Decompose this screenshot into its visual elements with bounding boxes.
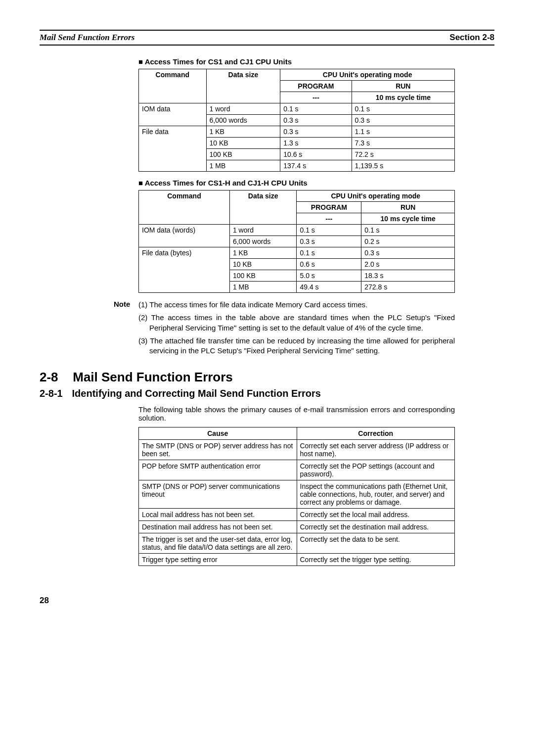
page-header: Mail Send Function Errors Section 2-8 xyxy=(40,30,494,46)
note-item: (1) The access times for file data indic… xyxy=(138,300,455,310)
table1-title: Access Times for CS1 and CJ1 CPU Units xyxy=(138,57,494,66)
th-cause: Cause xyxy=(139,427,297,440)
th-run-sub: 10 ms cycle time xyxy=(352,92,454,103)
running-head-left: Mail Send Function Errors xyxy=(40,33,134,43)
cause-correction-table: Cause Correction The SMTP (DNS or POP) s… xyxy=(138,427,455,566)
subsection-heading: 2-8-1 Identifying and Correcting Mail Se… xyxy=(40,388,494,399)
th-mode: CPU Unit's operating mode xyxy=(297,190,455,202)
th-run: RUN xyxy=(361,202,455,213)
access-times-table-1: Command Data size CPU Unit's operating m… xyxy=(138,69,455,172)
note-item: (2) The access times in the table above … xyxy=(138,313,455,333)
table-row: IOM data (words) 1 word 0.1 s 0.1 s xyxy=(139,225,455,236)
access-times-table-2: Command Data size CPU Unit's operating m… xyxy=(138,190,455,293)
table-row: SMTP (DNS or POP) server communications … xyxy=(139,480,455,509)
table-row: File data 1 KB 0.3 s 1.1 s xyxy=(139,126,455,138)
note-block: Note (1) The access times for file data … xyxy=(114,300,455,359)
table-row: File data (bytes) 1 KB 0.1 s 0.3 s xyxy=(139,247,455,259)
subsection-title-text: Identifying and Correcting Mail Send Fun… xyxy=(72,388,321,399)
table-row: IOM data 1 word 0.1 s 0.1 s xyxy=(139,103,455,115)
th-datasize: Data size xyxy=(206,69,280,103)
th-command: Command xyxy=(139,190,230,225)
th-datasize: Data size xyxy=(229,190,297,225)
section-title-text: Mail Send Function Errors xyxy=(73,370,233,384)
th-mode: CPU Unit's operating mode xyxy=(280,69,455,81)
page-number: 28 xyxy=(40,596,494,606)
th-correction: Correction xyxy=(297,427,455,440)
section-number: 2-8 xyxy=(40,370,69,385)
note-label: Note xyxy=(114,300,138,359)
th-run-sub: 10 ms cycle time xyxy=(361,213,455,225)
th-program-sub: --- xyxy=(297,213,361,225)
table-row: Local mail address has not been set. Cor… xyxy=(139,509,455,521)
table-row: Destination mail address has not been se… xyxy=(139,521,455,533)
th-run: RUN xyxy=(352,81,454,92)
table-row: Trigger type setting error Correctly set… xyxy=(139,554,455,566)
note-items: (1) The access times for file data indic… xyxy=(138,300,455,359)
section-heading: 2-8 Mail Send Function Errors xyxy=(40,370,494,385)
th-command: Command xyxy=(139,69,207,103)
note-item: (3) The attached file transfer time can … xyxy=(138,336,455,356)
table-row: The SMTP (DNS or POP) server address has… xyxy=(139,440,455,460)
table2-title: Access Times for CS1-H and CJ1-H CPU Uni… xyxy=(138,179,494,187)
table-row: POP before SMTP authentication error Cor… xyxy=(139,460,455,480)
th-program-sub: --- xyxy=(280,92,352,103)
subsection-number: 2-8-1 xyxy=(40,388,69,399)
th-program: PROGRAM xyxy=(297,202,361,213)
running-head-right: Section 2-8 xyxy=(449,33,494,43)
table-row: The trigger is set and the user-set data… xyxy=(139,533,455,554)
th-program: PROGRAM xyxy=(280,81,352,92)
intro-paragraph: The following table shows the primary ca… xyxy=(138,405,455,422)
